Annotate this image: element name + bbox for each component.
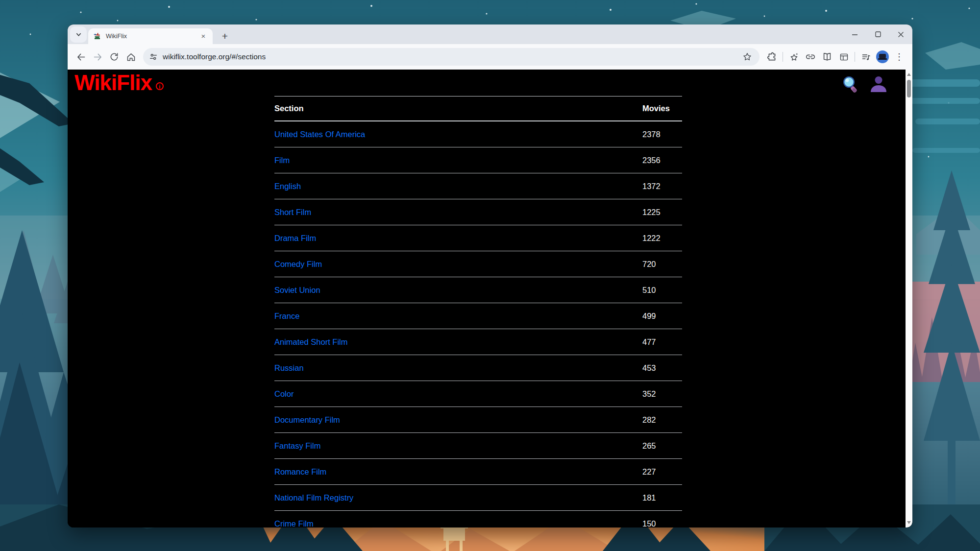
tab-title: WikiFlix <box>106 33 199 40</box>
minimize-button[interactable] <box>843 24 866 44</box>
browser-window: WikiFlix × + <box>68 24 912 527</box>
section-link[interactable]: English <box>274 182 301 191</box>
section-link[interactable]: Fantasy Film <box>274 441 320 450</box>
section-link[interactable]: Documentary Film <box>274 415 340 424</box>
table-row: France499 <box>274 303 682 329</box>
section-link[interactable]: Comedy Film <box>274 260 322 268</box>
search-button[interactable] <box>842 75 859 95</box>
table-row: Soviet Union510 <box>274 277 682 303</box>
section-link[interactable]: Crime Film <box>274 519 314 528</box>
movies-count: 282 <box>642 407 682 433</box>
bookmark-button[interactable] <box>739 48 756 65</box>
site-logo[interactable]: WikiFlixi <box>74 71 164 95</box>
column-header-section[interactable]: Section <box>274 96 642 121</box>
table-row: Romance Film227 <box>274 459 682 485</box>
reading-list-button[interactable] <box>819 48 835 65</box>
user-icon <box>869 75 888 94</box>
forward-button[interactable] <box>89 48 106 65</box>
new-tab-button[interactable]: + <box>218 29 232 44</box>
home-button[interactable] <box>122 48 139 65</box>
chevron-down-icon <box>75 31 82 38</box>
section-link[interactable]: National Film Registry <box>274 493 353 502</box>
info-icon[interactable]: i <box>156 82 164 90</box>
page-header-icons <box>842 75 888 95</box>
reload-icon <box>109 52 119 62</box>
link-icon <box>805 51 816 62</box>
scrollbar-thumb[interactable] <box>907 80 911 97</box>
address-bar[interactable]: wikiflix.toolforge.org/#/sections <box>143 48 760 66</box>
scroll-down-arrow-icon[interactable] <box>907 521 911 524</box>
tab-groups-button[interactable] <box>835 48 852 65</box>
user-button[interactable] <box>869 75 888 95</box>
forward-arrow-icon <box>93 52 103 62</box>
sections-table-body: United States Of America2378Film2356Engl… <box>274 121 682 527</box>
section-link[interactable]: Film <box>274 156 290 165</box>
sparkle-bookmarks-button[interactable] <box>785 48 802 65</box>
reload-button[interactable] <box>106 48 122 65</box>
scroll-up-arrow-icon[interactable] <box>907 73 911 76</box>
desktop: WikiFlix × + <box>0 0 980 551</box>
table-row: Fantasy Film265 <box>274 433 682 459</box>
extensions-puzzle-icon <box>767 52 777 62</box>
section-cell: Russian <box>274 355 642 381</box>
toolbar-separator <box>855 52 855 62</box>
section-cell: English <box>274 173 642 199</box>
section-link[interactable]: Color <box>274 389 294 398</box>
sections-table-container: Section Movies United States Of America2… <box>274 96 682 527</box>
open-book-icon <box>822 51 833 62</box>
movies-count: 1372 <box>642 173 682 199</box>
back-button[interactable] <box>73 48 89 65</box>
section-cell: United States Of America <box>274 121 642 147</box>
site-info-icon <box>149 52 158 61</box>
tab-wikiflix[interactable]: WikiFlix × <box>88 28 213 44</box>
extensions-button[interactable] <box>763 48 780 65</box>
section-link[interactable]: Romance Film <box>274 467 326 476</box>
table-row: Documentary Film282 <box>274 407 682 433</box>
section-link[interactable]: Soviet Union <box>274 286 320 294</box>
section-link[interactable]: Russian <box>274 363 304 372</box>
table-row: English1372 <box>274 173 682 199</box>
page-scrollbar[interactable] <box>906 70 912 527</box>
media-playlist-button[interactable] <box>858 48 874 65</box>
sections-table: Section Movies United States Of America2… <box>274 96 682 527</box>
table-header-row: Section Movies <box>274 96 682 121</box>
movies-count: 1225 <box>642 199 682 225</box>
section-link[interactable]: United States Of America <box>274 130 365 139</box>
section-link[interactable]: France <box>274 311 299 320</box>
movies-count: 453 <box>642 355 682 381</box>
section-link[interactable]: Animated Short Film <box>274 337 347 346</box>
section-link[interactable]: Drama Film <box>274 234 316 242</box>
table-row: Comedy Film720 <box>274 251 682 277</box>
movies-count: 499 <box>642 303 682 329</box>
menu-button[interactable]: ⋮ <box>891 48 907 65</box>
section-cell: Romance Film <box>274 459 642 485</box>
playlist-note-icon <box>861 52 871 62</box>
table-row: National Film Registry181 <box>274 485 682 511</box>
movies-count: 720 <box>642 251 682 277</box>
section-cell: Animated Short Film <box>274 329 642 355</box>
window-controls <box>843 24 912 44</box>
browser-toolbar: wikiflix.toolforge.org/#/sections <box>68 44 912 70</box>
close-window-button[interactable] <box>889 24 912 44</box>
column-header-movies[interactable]: Movies <box>642 96 682 121</box>
section-link[interactable]: Short Film <box>274 208 311 216</box>
maximize-icon <box>875 31 881 37</box>
section-cell: Crime Film <box>274 511 642 528</box>
maximize-button[interactable] <box>866 24 889 44</box>
section-cell: Fantasy Film <box>274 433 642 459</box>
toolbar-separator <box>783 52 783 62</box>
close-icon <box>898 31 904 38</box>
table-row: Crime Film150 <box>274 511 682 528</box>
movies-count: 510 <box>642 277 682 303</box>
tab-close-button[interactable]: × <box>199 32 208 41</box>
table-row: Russian453 <box>274 355 682 381</box>
movies-count: 352 <box>642 381 682 407</box>
star-sparkle-icon <box>789 52 799 62</box>
movies-count: 150 <box>642 511 682 528</box>
tab-search-button[interactable] <box>70 26 87 43</box>
section-cell: Documentary Film <box>274 407 642 433</box>
profile-button[interactable] <box>874 48 891 65</box>
table-row: Animated Short Film477 <box>274 329 682 355</box>
copy-link-button[interactable] <box>802 48 819 65</box>
profile-avatar <box>876 50 889 63</box>
